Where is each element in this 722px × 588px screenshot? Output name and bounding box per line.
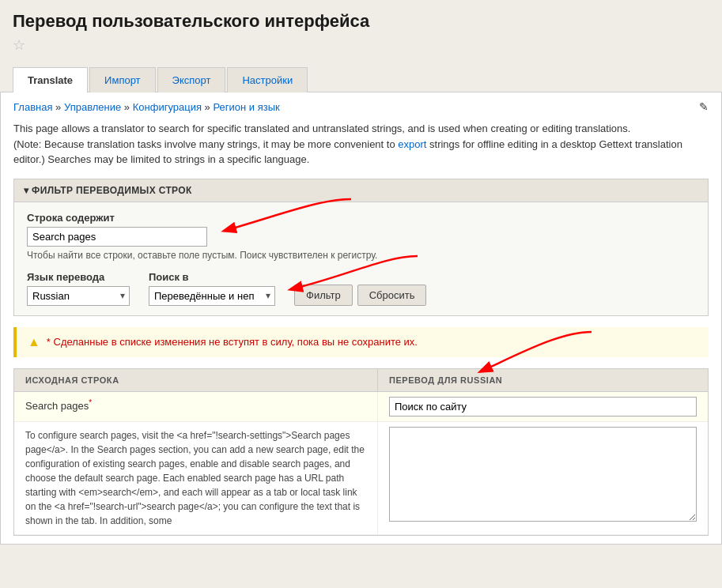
tab-settings[interactable]: Настройки xyxy=(227,67,308,92)
breadcrumb-region[interactable]: Регион и язык xyxy=(213,101,279,113)
source-cell-2: To configure search pages, visit the <a … xyxy=(14,422,378,534)
col-header-source: ИСХОДНАЯ СТРОКА xyxy=(14,369,378,391)
table-row: To configure search pages, visit the <a … xyxy=(14,422,708,535)
breadcrumb-config[interactable]: Конфигурация xyxy=(133,101,202,113)
reset-button[interactable]: Сбросить xyxy=(357,285,427,306)
filter-header[interactable]: ▾ ФИЛЬТР ПЕРЕВОДИМЫХ СТРОК xyxy=(14,179,708,202)
search-in-label: Поиск в xyxy=(149,271,275,283)
results-section: ИСХОДНАЯ СТРОКА ПЕРЕВОД ДЛЯ RUSSIAN xyxy=(13,368,709,536)
tab-translate[interactable]: Translate xyxy=(13,67,88,92)
star-icon[interactable]: ☆ xyxy=(13,36,709,54)
language-select[interactable]: Russian English xyxy=(27,286,130,306)
warning-text: * Сделанные в списке изменения не вступя… xyxy=(47,336,418,348)
filter-section: ▾ ФИЛЬТР ПЕРЕВОДИМЫХ СТРОК Строка содерж… xyxy=(13,179,709,316)
filter-hint: Чтобы найти все строки, оставьте поле пу… xyxy=(27,250,695,261)
translation-textarea-2[interactable] xyxy=(389,427,697,522)
search-in-select[interactable]: Переведённые и неп Непереведённые Переве… xyxy=(149,286,275,306)
warning-icon: ▲ xyxy=(28,335,40,349)
tab-import[interactable]: Импорт xyxy=(89,67,155,92)
export-link[interactable]: export xyxy=(398,138,426,150)
source-cell-1: Search pages* xyxy=(14,392,378,421)
description: This page allows a translator to search … xyxy=(13,121,709,168)
breadcrumb-home[interactable]: Главная xyxy=(13,101,52,113)
source-string-1: Search pages* xyxy=(25,400,92,412)
string-contains-label: Строка содержит xyxy=(27,212,695,224)
translation-input-1[interactable] xyxy=(389,397,697,416)
translation-cell-1 xyxy=(378,392,708,421)
warning-box: ▲ * Сделанные в списке изменения не всту… xyxy=(13,327,709,357)
source-string-2: To configure search pages, visit the <a … xyxy=(25,430,365,526)
table-row: Search pages* xyxy=(14,392,708,422)
language-label: Язык перевода xyxy=(27,271,130,283)
string-contains-input[interactable] xyxy=(27,227,207,247)
page-title: Перевод пользовательского интерфейса xyxy=(13,11,709,32)
filter-button[interactable]: Фильтр xyxy=(294,285,353,306)
col-header-translation: ПЕРЕВОД ДЛЯ RUSSIAN xyxy=(378,369,708,391)
tab-export[interactable]: Экспорт xyxy=(157,67,226,92)
tabs-bar: Translate Импорт Экспорт Настройки xyxy=(0,66,722,92)
translation-cell-2 xyxy=(378,422,708,534)
breadcrumb-manage[interactable]: Управление xyxy=(64,101,121,113)
breadcrumb: Главная » Управление » Конфигурация » Ре… xyxy=(13,100,709,113)
edit-icon[interactable]: ✎ xyxy=(699,100,709,113)
